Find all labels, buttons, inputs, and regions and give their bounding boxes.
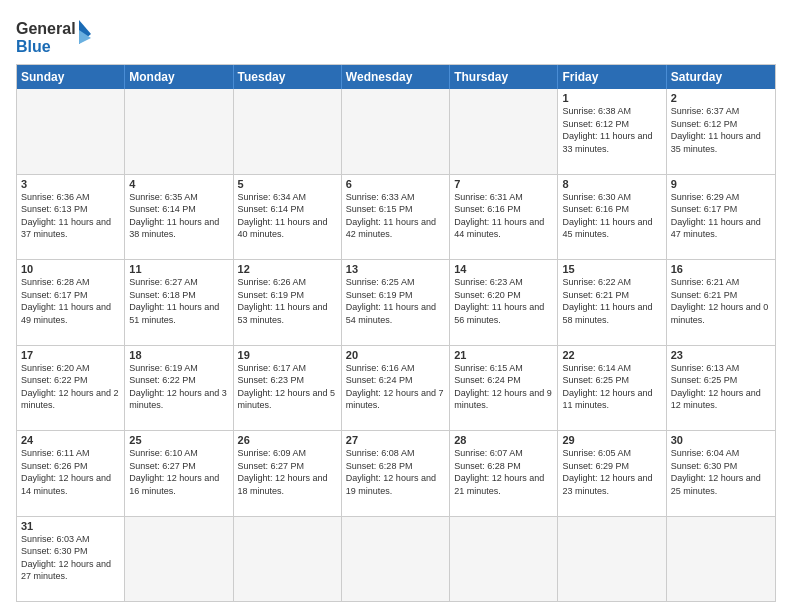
calendar-cell: 6Sunrise: 6:33 AMSunset: 6:15 PMDaylight… xyxy=(342,175,450,260)
week-row-1: 1Sunrise: 6:38 AMSunset: 6:12 PMDaylight… xyxy=(17,89,775,174)
day-number: 21 xyxy=(454,349,553,361)
calendar-cell xyxy=(450,89,558,174)
calendar-cell: 22Sunrise: 6:14 AMSunset: 6:25 PMDayligh… xyxy=(558,346,666,431)
calendar-cell: 1Sunrise: 6:38 AMSunset: 6:12 PMDaylight… xyxy=(558,89,666,174)
sun-info: Sunrise: 6:26 AMSunset: 6:19 PMDaylight:… xyxy=(238,276,337,326)
sun-info: Sunrise: 6:25 AMSunset: 6:19 PMDaylight:… xyxy=(346,276,445,326)
day-header-sunday: Sunday xyxy=(17,65,125,89)
sun-info: Sunrise: 6:33 AMSunset: 6:15 PMDaylight:… xyxy=(346,191,445,241)
sun-info: Sunrise: 6:34 AMSunset: 6:14 PMDaylight:… xyxy=(238,191,337,241)
calendar-cell: 3Sunrise: 6:36 AMSunset: 6:13 PMDaylight… xyxy=(17,175,125,260)
day-header-friday: Friday xyxy=(558,65,666,89)
calendar-body: 1Sunrise: 6:38 AMSunset: 6:12 PMDaylight… xyxy=(17,89,775,601)
header: GeneralBlue xyxy=(16,16,776,56)
day-number: 19 xyxy=(238,349,337,361)
day-number: 11 xyxy=(129,263,228,275)
calendar-cell xyxy=(558,517,666,602)
calendar-cell xyxy=(125,89,233,174)
day-number: 28 xyxy=(454,434,553,446)
calendar-cell: 31Sunrise: 6:03 AMSunset: 6:30 PMDayligh… xyxy=(17,517,125,602)
calendar-cell: 7Sunrise: 6:31 AMSunset: 6:16 PMDaylight… xyxy=(450,175,558,260)
day-number: 22 xyxy=(562,349,661,361)
day-number: 16 xyxy=(671,263,771,275)
sun-info: Sunrise: 6:30 AMSunset: 6:16 PMDaylight:… xyxy=(562,191,661,241)
calendar-cell: 12Sunrise: 6:26 AMSunset: 6:19 PMDayligh… xyxy=(234,260,342,345)
day-number: 4 xyxy=(129,178,228,190)
day-number: 18 xyxy=(129,349,228,361)
calendar-cell: 19Sunrise: 6:17 AMSunset: 6:23 PMDayligh… xyxy=(234,346,342,431)
sun-info: Sunrise: 6:17 AMSunset: 6:23 PMDaylight:… xyxy=(238,362,337,412)
calendar-cell: 4Sunrise: 6:35 AMSunset: 6:14 PMDaylight… xyxy=(125,175,233,260)
sun-info: Sunrise: 6:37 AMSunset: 6:12 PMDaylight:… xyxy=(671,105,771,155)
calendar-cell xyxy=(234,517,342,602)
calendar-cell xyxy=(342,89,450,174)
calendar-header: SundayMondayTuesdayWednesdayThursdayFrid… xyxy=(17,65,775,89)
day-number: 7 xyxy=(454,178,553,190)
calendar-cell: 8Sunrise: 6:30 AMSunset: 6:16 PMDaylight… xyxy=(558,175,666,260)
day-header-tuesday: Tuesday xyxy=(234,65,342,89)
calendar-cell: 25Sunrise: 6:10 AMSunset: 6:27 PMDayligh… xyxy=(125,431,233,516)
calendar-cell xyxy=(234,89,342,174)
week-row-5: 24Sunrise: 6:11 AMSunset: 6:26 PMDayligh… xyxy=(17,430,775,516)
sun-info: Sunrise: 6:36 AMSunset: 6:13 PMDaylight:… xyxy=(21,191,120,241)
sun-info: Sunrise: 6:05 AMSunset: 6:29 PMDaylight:… xyxy=(562,447,661,497)
sun-info: Sunrise: 6:27 AMSunset: 6:18 PMDaylight:… xyxy=(129,276,228,326)
generalblue-logo-icon: GeneralBlue xyxy=(16,16,96,56)
day-number: 9 xyxy=(671,178,771,190)
day-number: 24 xyxy=(21,434,120,446)
calendar-cell: 29Sunrise: 6:05 AMSunset: 6:29 PMDayligh… xyxy=(558,431,666,516)
calendar-cell: 13Sunrise: 6:25 AMSunset: 6:19 PMDayligh… xyxy=(342,260,450,345)
day-header-wednesday: Wednesday xyxy=(342,65,450,89)
calendar-cell: 21Sunrise: 6:15 AMSunset: 6:24 PMDayligh… xyxy=(450,346,558,431)
day-number: 25 xyxy=(129,434,228,446)
day-number: 15 xyxy=(562,263,661,275)
day-number: 10 xyxy=(21,263,120,275)
svg-text:Blue: Blue xyxy=(16,38,51,55)
logo: GeneralBlue xyxy=(16,16,96,56)
calendar-cell: 27Sunrise: 6:08 AMSunset: 6:28 PMDayligh… xyxy=(342,431,450,516)
day-number: 31 xyxy=(21,520,120,532)
day-number: 13 xyxy=(346,263,445,275)
calendar-cell: 20Sunrise: 6:16 AMSunset: 6:24 PMDayligh… xyxy=(342,346,450,431)
calendar: SundayMondayTuesdayWednesdayThursdayFrid… xyxy=(16,64,776,602)
sun-info: Sunrise: 6:20 AMSunset: 6:22 PMDaylight:… xyxy=(21,362,120,412)
sun-info: Sunrise: 6:19 AMSunset: 6:22 PMDaylight:… xyxy=(129,362,228,412)
calendar-cell: 9Sunrise: 6:29 AMSunset: 6:17 PMDaylight… xyxy=(667,175,775,260)
week-row-2: 3Sunrise: 6:36 AMSunset: 6:13 PMDaylight… xyxy=(17,174,775,260)
calendar-cell: 23Sunrise: 6:13 AMSunset: 6:25 PMDayligh… xyxy=(667,346,775,431)
sun-info: Sunrise: 6:08 AMSunset: 6:28 PMDaylight:… xyxy=(346,447,445,497)
calendar-cell: 5Sunrise: 6:34 AMSunset: 6:14 PMDaylight… xyxy=(234,175,342,260)
day-number: 20 xyxy=(346,349,445,361)
calendar-cell: 26Sunrise: 6:09 AMSunset: 6:27 PMDayligh… xyxy=(234,431,342,516)
calendar-cell: 15Sunrise: 6:22 AMSunset: 6:21 PMDayligh… xyxy=(558,260,666,345)
day-number: 6 xyxy=(346,178,445,190)
day-number: 30 xyxy=(671,434,771,446)
calendar-cell: 24Sunrise: 6:11 AMSunset: 6:26 PMDayligh… xyxy=(17,431,125,516)
sun-info: Sunrise: 6:35 AMSunset: 6:14 PMDaylight:… xyxy=(129,191,228,241)
calendar-cell: 10Sunrise: 6:28 AMSunset: 6:17 PMDayligh… xyxy=(17,260,125,345)
sun-info: Sunrise: 6:03 AMSunset: 6:30 PMDaylight:… xyxy=(21,533,120,583)
sun-info: Sunrise: 6:21 AMSunset: 6:21 PMDaylight:… xyxy=(671,276,771,326)
calendar-cell: 28Sunrise: 6:07 AMSunset: 6:28 PMDayligh… xyxy=(450,431,558,516)
sun-info: Sunrise: 6:38 AMSunset: 6:12 PMDaylight:… xyxy=(562,105,661,155)
calendar-cell: 18Sunrise: 6:19 AMSunset: 6:22 PMDayligh… xyxy=(125,346,233,431)
day-number: 17 xyxy=(21,349,120,361)
calendar-cell: 16Sunrise: 6:21 AMSunset: 6:21 PMDayligh… xyxy=(667,260,775,345)
calendar-cell: 2Sunrise: 6:37 AMSunset: 6:12 PMDaylight… xyxy=(667,89,775,174)
sun-info: Sunrise: 6:28 AMSunset: 6:17 PMDaylight:… xyxy=(21,276,120,326)
day-number: 14 xyxy=(454,263,553,275)
sun-info: Sunrise: 6:14 AMSunset: 6:25 PMDaylight:… xyxy=(562,362,661,412)
calendar-cell: 11Sunrise: 6:27 AMSunset: 6:18 PMDayligh… xyxy=(125,260,233,345)
sun-info: Sunrise: 6:09 AMSunset: 6:27 PMDaylight:… xyxy=(238,447,337,497)
calendar-cell: 30Sunrise: 6:04 AMSunset: 6:30 PMDayligh… xyxy=(667,431,775,516)
svg-text:General: General xyxy=(16,20,76,37)
day-number: 3 xyxy=(21,178,120,190)
calendar-cell xyxy=(125,517,233,602)
week-row-4: 17Sunrise: 6:20 AMSunset: 6:22 PMDayligh… xyxy=(17,345,775,431)
week-row-3: 10Sunrise: 6:28 AMSunset: 6:17 PMDayligh… xyxy=(17,259,775,345)
sun-info: Sunrise: 6:11 AMSunset: 6:26 PMDaylight:… xyxy=(21,447,120,497)
calendar-cell xyxy=(450,517,558,602)
day-number: 1 xyxy=(562,92,661,104)
week-row-6: 31Sunrise: 6:03 AMSunset: 6:30 PMDayligh… xyxy=(17,516,775,602)
sun-info: Sunrise: 6:07 AMSunset: 6:28 PMDaylight:… xyxy=(454,447,553,497)
